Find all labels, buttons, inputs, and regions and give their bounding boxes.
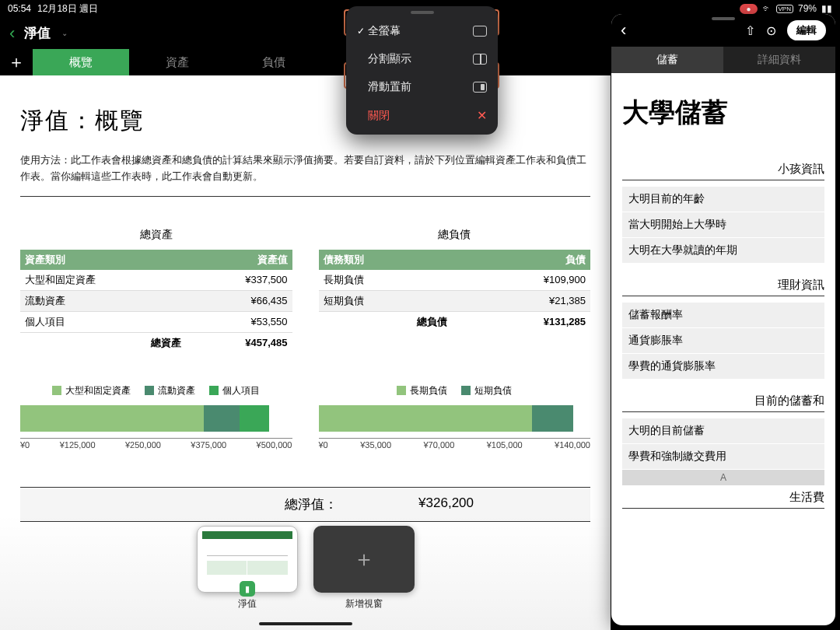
- net-value: ¥326,200: [418, 495, 474, 513]
- list-item[interactable]: 儲蓄報酬率: [622, 303, 824, 328]
- wifi-icon: ᯤ: [762, 3, 772, 14]
- plus-icon: ＋: [313, 526, 415, 593]
- home-indicator[interactable]: [259, 622, 352, 625]
- numbers-app-window: ‹ 淨值 ⌄ ＋ 概覽 資產 負債 淨值：概覽 使用方法：此工作表會根據總資產和…: [0, 17, 611, 630]
- slideover-window[interactable]: ‹ ⇧ ⊙ 編輯 儲蓄 詳細資料 大學儲蓄 小孩資訊 大明目前的年齡 當大明開始…: [611, 14, 835, 625]
- page-description: 使用方法：此工作表會根據總資產和總負債的計算結果來顯示淨值摘要。若要自訂資料，請…: [20, 152, 590, 197]
- menu-slideover[interactable]: 滑動置前: [346, 73, 498, 101]
- liabilities-chart: 長期負債 短期負債 ¥0 ¥35,000 ¥70,000 ¥105,000 ¥1…: [319, 384, 591, 450]
- share-icon[interactable]: ⇧: [745, 23, 755, 38]
- back-button[interactable]: ‹: [621, 20, 626, 40]
- menu-fullscreen[interactable]: ✓ 全螢幕: [346, 17, 498, 45]
- slideover-toolbar: ‹ ⇧ ⊙ 編輯: [611, 14, 835, 47]
- list-item[interactable]: 大明在大學就讀的年期: [622, 238, 824, 264]
- tab-overview[interactable]: 概覽: [33, 49, 129, 75]
- check-icon: ✓: [357, 26, 368, 37]
- split-icon: [473, 54, 487, 65]
- back-button[interactable]: ‹: [9, 23, 15, 44]
- edit-button[interactable]: 編輯: [787, 20, 826, 40]
- list-item[interactable]: 通貨膨脹率: [622, 328, 824, 354]
- vpn-badge: VPN: [776, 5, 793, 13]
- tab-assets[interactable]: 資產: [129, 49, 226, 75]
- menu-split[interactable]: 分割顯示: [346, 45, 498, 73]
- liab-title: 總負債: [319, 228, 591, 242]
- menu-close[interactable]: 關閉 ✕: [346, 101, 498, 130]
- add-sheet-button[interactable]: ＋: [0, 49, 33, 75]
- assets-table[interactable]: 資產類別 資產值 大型和固定資產¥337,500 流動資產¥66,435 個人項…: [20, 250, 292, 353]
- section-living: 生活費: [622, 490, 824, 509]
- status-date: 12月18日 週日: [37, 2, 98, 16]
- thumb-label: 淨值: [197, 597, 298, 611]
- tab-savings[interactable]: 儲蓄: [611, 47, 723, 73]
- multitasking-menu: ✓ 全螢幕 分割顯示 滑動置前 關閉 ✕: [346, 6, 498, 135]
- slideover-handle[interactable]: [712, 17, 735, 20]
- app-toolbar: ‹ 淨值 ⌄: [0, 17, 611, 49]
- numbers-app-icon: ▮: [240, 581, 255, 597]
- liabilities-column: 總負債 債務類別 負債 長期負債¥109,900 短期負債¥21,385 總負債…: [319, 228, 591, 353]
- net-label: 總淨值：: [285, 495, 338, 513]
- screen-record-indicator: ●: [740, 4, 757, 14]
- column-letter: A: [622, 470, 824, 485]
- popover-handle[interactable]: [411, 11, 434, 14]
- window-switcher: ▮ 淨值 ＋ 新增視窗: [0, 513, 611, 630]
- title-dropdown-icon[interactable]: ⌄: [61, 29, 68, 37]
- more-icon[interactable]: ⊙: [766, 23, 776, 38]
- table-row: 流動資產¥66,435: [20, 290, 292, 311]
- sheet-tabs: ＋ 概覽 資產 負債: [0, 49, 611, 75]
- assets-title: 總資產: [20, 228, 292, 242]
- tab-details[interactable]: 詳細資料: [723, 47, 835, 73]
- battery-icon: ▮▮: [821, 3, 832, 14]
- section-child-info: 小孩資訊: [622, 162, 824, 180]
- assets-column: 總資產 資產類別 資產值 大型和固定資產¥337,500 流動資產¥66,435…: [20, 228, 292, 353]
- list-item[interactable]: 當大明開始上大學時: [622, 212, 824, 238]
- table-row: 短期負債¥21,385: [319, 290, 591, 311]
- list-item[interactable]: 大明的目前儲蓄: [622, 418, 824, 444]
- window-thumb-new[interactable]: ＋ 新增視窗: [313, 526, 415, 611]
- list-item[interactable]: 大明目前的年齡: [622, 187, 824, 212]
- page-title: 淨值：概覽: [20, 105, 590, 137]
- slideover-body: 大學儲蓄 小孩資訊 大明目前的年齡 當大明開始上大學時 大明在大學就讀的年期 理…: [611, 73, 835, 529]
- section-finance-info: 理財資訊: [622, 278, 824, 296]
- document-title[interactable]: 淨值: [24, 24, 51, 42]
- battery-percent: 79%: [798, 3, 817, 14]
- liab-head-category: 債務類別: [319, 250, 453, 270]
- fullscreen-icon: [473, 26, 487, 37]
- tab-liabilities[interactable]: 負債: [226, 49, 322, 75]
- liab-head-value: 負債: [452, 250, 590, 270]
- assets-head-category: 資產類別: [20, 250, 186, 270]
- thumb-label: 新增視窗: [313, 597, 415, 611]
- table-row: 個人項目¥53,550: [20, 311, 292, 332]
- window-thumb-current[interactable]: ▮ 淨值: [197, 526, 298, 611]
- section-current-savings: 目前的儲蓄和: [622, 394, 824, 412]
- liabilities-table[interactable]: 債務類別 負債 長期負債¥109,900 短期負債¥21,385 總負債¥131…: [319, 250, 591, 332]
- slideover-icon: [473, 82, 487, 93]
- slideover-tabs: 儲蓄 詳細資料: [611, 47, 835, 73]
- slideover-title: 大學儲蓄: [622, 95, 824, 131]
- status-time: 05:54: [8, 3, 31, 14]
- list-item[interactable]: 學費的通貨膨脹率: [622, 354, 824, 380]
- assets-chart: 大型和固定資產 流動資產 個人項目 ¥0 ¥125,000 ¥250,000 ¥…: [20, 384, 292, 450]
- close-icon: ✕: [477, 108, 487, 123]
- table-row: 大型和固定資產¥337,500: [20, 270, 292, 291]
- table-row: 長期負債¥109,900: [319, 270, 591, 291]
- list-item[interactable]: 學費和強制繳交費用: [622, 444, 824, 470]
- assets-head-value: 資產值: [186, 250, 292, 270]
